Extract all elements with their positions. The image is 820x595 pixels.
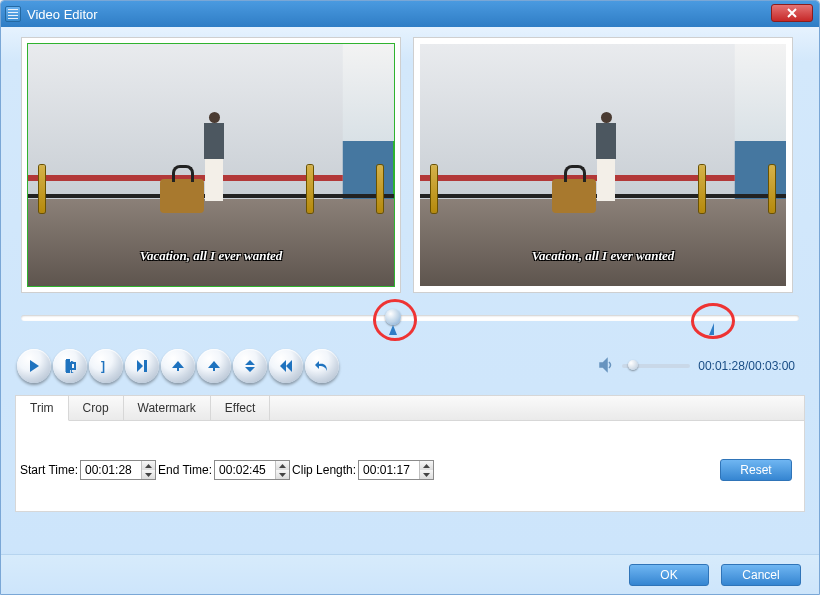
clip-length-label: Clip Length:	[292, 463, 356, 477]
close-button[interactable]	[771, 4, 813, 22]
start-time-down[interactable]	[142, 470, 155, 479]
split-button[interactable]	[233, 349, 267, 383]
start-time-label: Start Time:	[20, 463, 78, 477]
preview-caption: Vacation, all I ever wanted	[28, 248, 394, 264]
end-time-spinner[interactable]	[214, 460, 290, 480]
end-time-up[interactable]	[276, 461, 289, 470]
skip-previous-button[interactable]	[269, 349, 303, 383]
titlebar[interactable]: Video Editor	[1, 1, 819, 27]
play-button[interactable]	[17, 349, 51, 383]
tab-trim[interactable]: Trim	[16, 396, 69, 421]
start-time-up[interactable]	[142, 461, 155, 470]
undo-button[interactable]	[305, 349, 339, 383]
clip-length-down[interactable]	[420, 470, 433, 479]
svg-rect-2	[144, 360, 147, 372]
tab-crop[interactable]: Crop	[69, 396, 124, 420]
timeline-playhead[interactable]	[385, 309, 401, 325]
ok-button[interactable]: OK	[629, 564, 709, 586]
preview-before[interactable]: Vacation, all I ever wanted	[21, 37, 401, 293]
end-time-label: End Time:	[158, 463, 212, 477]
clip-length-up[interactable]	[420, 461, 433, 470]
clip-length-input[interactable]	[359, 461, 419, 479]
volume-knob[interactable]	[628, 360, 638, 370]
mark-in-button[interactable]: [	[53, 349, 87, 383]
timeline-end-marker[interactable]	[709, 323, 714, 335]
preview-caption: Vacation, all I ever wanted	[420, 248, 786, 264]
prev-segment-button[interactable]	[161, 349, 195, 383]
video-editor-window: Video Editor Vacation, all I ever wanted	[0, 0, 820, 595]
cancel-button[interactable]: Cancel	[721, 564, 801, 586]
app-icon	[5, 6, 21, 22]
preview-row: Vacation, all I ever wanted Vacation, al…	[21, 37, 811, 293]
start-time-input[interactable]	[81, 461, 141, 479]
svg-text:[: [	[70, 359, 74, 373]
time-display: 00:01:28/00:03:00	[698, 359, 795, 373]
window-title: Video Editor	[27, 7, 98, 22]
tabs-panel: Trim Crop Watermark Effect Start Time: E…	[15, 395, 805, 512]
end-time-input[interactable]	[215, 461, 275, 479]
svg-text:]: ]	[101, 359, 105, 373]
tab-watermark[interactable]: Watermark	[124, 396, 211, 420]
tab-effect[interactable]: Effect	[211, 396, 270, 420]
timeline-track[interactable]	[21, 315, 799, 321]
clip-length-spinner[interactable]	[358, 460, 434, 480]
transport-controls: [ ] 00:01:28/00:03:00	[17, 349, 799, 383]
volume-icon[interactable]	[598, 357, 614, 376]
timeline[interactable]	[21, 307, 799, 343]
tab-strip: Trim Crop Watermark Effect	[16, 396, 804, 421]
mark-out-button[interactable]: ]	[89, 349, 123, 383]
trim-panel: Start Time: End Time: Clip Length: Reset	[16, 421, 804, 511]
reset-button[interactable]: Reset	[720, 459, 792, 481]
start-time-spinner[interactable]	[80, 460, 156, 480]
close-icon	[787, 8, 797, 18]
footer: OK Cancel	[1, 554, 819, 594]
preview-before-thumb: Vacation, all I ever wanted	[28, 44, 394, 286]
svg-rect-3	[177, 368, 179, 371]
next-segment-button[interactable]	[197, 349, 231, 383]
preview-after[interactable]: Vacation, all I ever wanted	[413, 37, 793, 293]
next-frame-button[interactable]	[125, 349, 159, 383]
preview-after-thumb: Vacation, all I ever wanted	[420, 44, 786, 286]
volume-slider[interactable]	[622, 364, 690, 368]
svg-rect-4	[213, 368, 215, 371]
window-body: Vacation, all I ever wanted Vacation, al…	[1, 27, 819, 594]
end-time-down[interactable]	[276, 470, 289, 479]
